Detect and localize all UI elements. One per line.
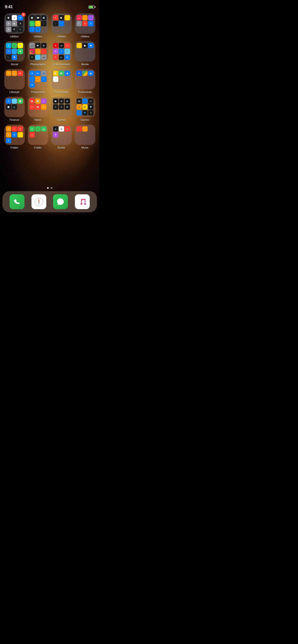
folder-utilities-1[interactable]: 🕐4✉⚙📋⏱⚙⏱🔧5Utilities <box>4 14 25 38</box>
folder-label-music: Music <box>81 146 89 149</box>
bolt-icon: ⚡ <box>90 6 93 8</box>
page-dot-2[interactable] <box>51 187 52 189</box>
folder-productivity-3[interactable]: 📦▲📋Productivity <box>74 69 95 94</box>
folder-books[interactable]: GW📚🎙Books <box>51 124 72 149</box>
folder-label-utilities-3: Utilities <box>57 35 66 38</box>
folder-label-utilities-1: Utilities <box>10 35 19 38</box>
folder-folder-1[interactable]: aL🎯🏠B⭐AFolder <box>4 124 25 149</box>
dock-app-music[interactable] <box>75 194 90 209</box>
folder-photography[interactable]: 📷🖼⚙📸🔶🔴🌿💧📷Photography <box>27 41 49 66</box>
folder-label-folder-1: Folder <box>11 146 18 149</box>
folder-music[interactable]: 🎵🎸Music <box>74 124 95 149</box>
folder-games-2[interactable]: HQ🎮🎮🎮🎮💎🎮🔵⚡Games <box>74 97 95 121</box>
folder-finance[interactable]: PC📈📉📺Finance <box>4 97 25 121</box>
folder-utilities-3[interactable]: 🎯📝⚡📱📘Utilities <box>51 14 72 38</box>
page-dot-1[interactable] <box>47 187 49 189</box>
folder-games-1[interactable]: 📰WW🎮SWGames <box>51 97 72 121</box>
app-grid: 🕐4✉⚙📋⏱⚙⏱🔧5Utilities📊⌨🔢✓💡📱👥🎓Utilities🎯📝⚡📱… <box>4 12 95 149</box>
folder-productivity-2[interactable]: 📝📊📋📄Productivity <box>51 69 72 94</box>
folder-news[interactable]: 📰📊YF📰RNews <box>27 97 49 121</box>
status-bar: 9:41 ⚡ <box>0 0 99 10</box>
folder-label-finance: Finance <box>10 118 19 121</box>
dock-app-messages[interactable] <box>53 194 68 209</box>
status-icons: ⚡ <box>89 6 95 8</box>
folder-label-social: Social <box>11 63 18 66</box>
folder-label-utilities-4: Utilities <box>81 35 89 38</box>
folder-label-lifestyle: Lifestyle <box>9 90 19 94</box>
folder-media[interactable]: ⭐📄💬Media <box>74 41 95 66</box>
folder-label-news: News <box>35 118 41 121</box>
folder-lifestyle[interactable]: 💡🏠❤Lifestyle <box>4 69 25 94</box>
dock <box>3 191 97 212</box>
folder-label-folder-2: Folder <box>34 146 42 149</box>
folder-label-games-2: Games <box>81 118 89 121</box>
folder-label-photography: Photography <box>30 63 46 66</box>
folder-label-media: Media <box>81 63 89 66</box>
folder-label-productivity-3: Productivity <box>78 90 92 94</box>
folder-label-books: Books <box>58 146 65 149</box>
dock-app-safari[interactable] <box>32 194 46 209</box>
folder-utilities-4[interactable]: 🦊🔥🌀🔍OEUtilities <box>74 14 95 38</box>
folder-label-productivity-2: Productivity <box>54 90 68 94</box>
folder-folder-2[interactable]: G🌿☕RFolder <box>27 124 49 149</box>
folder-utilities-2[interactable]: 📊⌨🔢✓💡📱👥🎓Utilities <box>27 14 49 38</box>
folder-entertainment[interactable]: NmAMV🎵C📺▶Entertainment <box>51 41 72 66</box>
folder-label-games-1: Games <box>57 118 66 121</box>
folder-label-productivity-1: Productivity <box>31 90 45 94</box>
home-screen: 🕐4✉⚙📋⏱⚙⏱🔧5Utilities📊⌨🔢✓💡📱👥🎓Utilities🎯📝⚡📱… <box>0 10 99 191</box>
battery-icon: ⚡ <box>89 6 95 8</box>
folder-label-utilities-2: Utilities <box>34 35 42 38</box>
folder-social[interactable]: S📹👻f🐦💬📞💬Social <box>4 41 25 66</box>
dock-app-phone[interactable] <box>10 194 25 209</box>
status-time: 9:41 <box>5 4 13 9</box>
folder-label-entertainment: Entertainment <box>53 63 70 66</box>
folder-productivity-1[interactable]: ✉Ou👤📘🔺🔷✉Productivity <box>27 69 49 94</box>
page-dots <box>0 187 99 189</box>
